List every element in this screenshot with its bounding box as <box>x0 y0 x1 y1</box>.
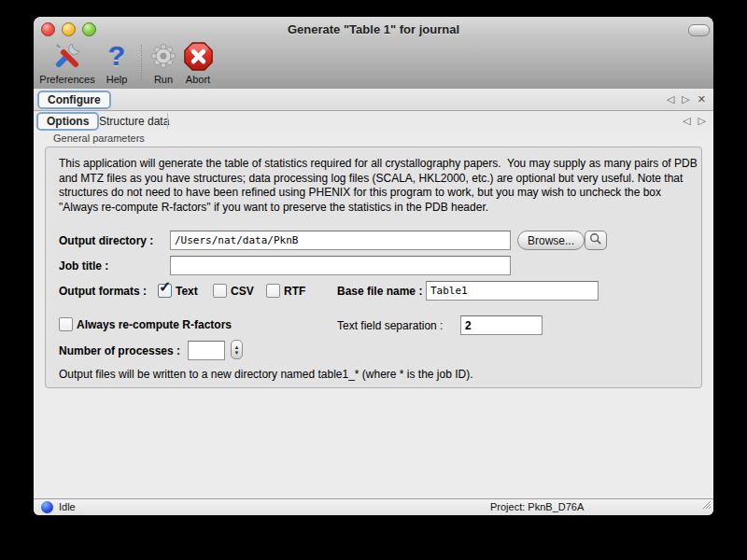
app-window: Generate "Table 1" for journal Preferenc… <box>34 17 713 515</box>
toolbar-toggle-button[interactable] <box>688 24 710 36</box>
checkbox-csv-label: CSV <box>231 285 254 298</box>
status-dot <box>41 501 53 513</box>
checkbox-recompute-rfactors[interactable] <box>59 317 73 331</box>
output-note-text: Output files will be written to a new di… <box>59 368 473 381</box>
project-label: Project: PknB_D76A <box>490 501 584 512</box>
text-field-separation-label: Text field separation : <box>337 319 443 332</box>
search-icon <box>589 232 602 248</box>
gear-icon <box>149 39 177 73</box>
tab-row2-controls: ◁ ▷ <box>683 111 706 131</box>
general-parameters-group: This application will generate the table… <box>45 147 702 388</box>
number-of-processes-label: Number of processes : <box>59 344 180 357</box>
job-title-input[interactable] <box>170 256 511 275</box>
toolbar-label: Preferences <box>36 74 98 85</box>
toolbar-item-abort[interactable]: Abort <box>181 39 215 85</box>
toolbar-item-preferences[interactable]: Preferences <box>36 39 98 85</box>
question-mark-icon: ? <box>103 39 131 73</box>
base-file-name-label: Base file name : <box>337 285 422 298</box>
recompute-rfactors-label: Always re-compute R-factors <box>77 318 232 331</box>
tab-structure-data[interactable]: Structure data <box>92 112 176 131</box>
base-file-name-input[interactable] <box>426 281 599 301</box>
output-formats-label: Output formats : <box>59 285 147 298</box>
resize-grip[interactable] <box>700 497 712 513</box>
checkbox-rtf[interactable] <box>266 284 280 298</box>
toolbar-item-help[interactable]: ? Help <box>103 39 131 85</box>
toolbar-label: Help <box>103 74 131 85</box>
tab-scroll-right-icon[interactable]: ▷ <box>682 93 689 105</box>
browse-button[interactable]: Browse... <box>517 231 585 250</box>
stepper-down-icon[interactable]: ▼ <box>234 350 240 356</box>
text-field-separation-input[interactable] <box>460 315 543 335</box>
stop-x-icon <box>181 39 215 73</box>
tab-options[interactable]: Options <box>36 112 99 131</box>
checkbox-csv[interactable] <box>213 284 227 298</box>
status-bar: Idle Project: PknB_D76A <box>34 498 713 515</box>
output-directory-input[interactable] <box>170 231 511 250</box>
tab-configure[interactable]: Configure <box>37 91 111 109</box>
tab-scroll-left-icon[interactable]: ◁ <box>667 93 674 105</box>
title-bar: Generate "Table 1" for journal Preferenc… <box>34 17 713 90</box>
group-label: General parameters <box>53 133 145 144</box>
window-title: Generate "Table 1" for journal <box>34 22 713 36</box>
toolbar-separator <box>141 45 142 80</box>
toolbar-item-run[interactable]: Run <box>149 39 177 85</box>
toolbar-label: Abort <box>181 74 215 85</box>
tab-scroll-left-icon[interactable]: ◁ <box>683 115 690 127</box>
tab-close-icon[interactable]: ✕ <box>698 93 706 105</box>
tab-divider <box>167 113 168 129</box>
number-of-processes-input[interactable] <box>188 341 225 360</box>
tab-scroll-right-icon[interactable]: ▷ <box>698 115 706 127</box>
tab-row-configure: Configure ◁ ▷ ✕ <box>34 89 713 111</box>
tab-row-pages: Options Structure data ◁ ▷ <box>34 111 713 132</box>
toolbar-label: Run <box>149 74 177 85</box>
processes-stepper[interactable]: ▲ ▼ <box>231 340 243 359</box>
tab-row1-controls: ◁ ▷ ✕ <box>667 89 706 110</box>
search-directory-button[interactable] <box>585 231 607 250</box>
tools-icon <box>36 39 98 73</box>
output-directory-label: Output directory : <box>59 234 153 247</box>
checkbox-rtf-label: RTF <box>284 285 305 298</box>
checkbox-text[interactable] <box>158 284 172 298</box>
job-title-label: Job title : <box>59 259 108 273</box>
description-text: This application will generate the table… <box>59 157 699 215</box>
checkbox-text-label: Text <box>176 285 198 298</box>
status-text: Idle <box>59 501 76 512</box>
options-panel: General parameters This application will… <box>34 131 713 498</box>
